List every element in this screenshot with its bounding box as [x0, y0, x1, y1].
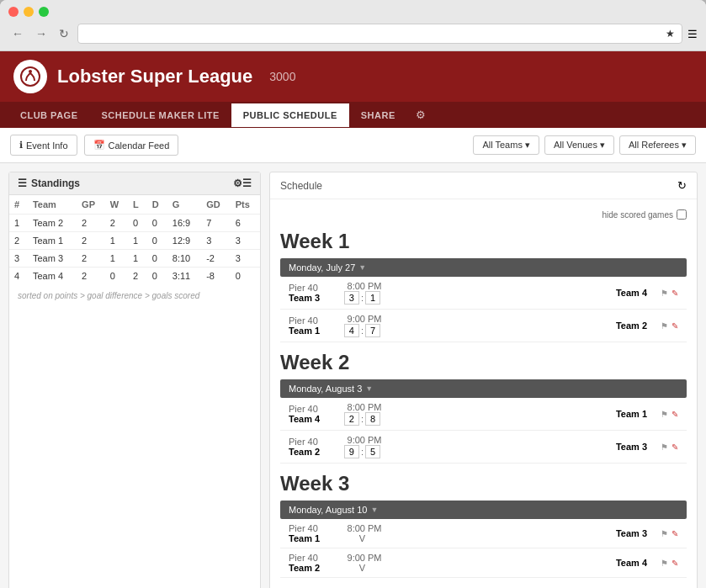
- game-score: 2 : 8: [335, 412, 390, 426]
- col-g: G: [167, 195, 201, 215]
- game-venue: Pier 40: [289, 523, 339, 533]
- schedule-refresh-icon[interactable]: ↻: [677, 179, 687, 192]
- hide-scored-label: hide scored games: [602, 210, 674, 220]
- col-gp: GP: [77, 195, 105, 215]
- game-row: Pier 40 Team 2 9:00 PM V Team 4 ⚑ ✎: [280, 548, 687, 578]
- week-title: Week 3: [280, 472, 687, 495]
- day-header: Monday, August 3 ▼: [280, 379, 687, 398]
- bookmark-icon[interactable]: ★: [666, 28, 675, 40]
- flag-icon[interactable]: ⚑: [661, 559, 668, 568]
- standings-settings-icon[interactable]: ⚙☰: [233, 177, 252, 189]
- standings-title: Standings: [31, 177, 80, 189]
- all-teams-filter[interactable]: All Teams ▾: [473, 135, 539, 155]
- game-actions: ⚑ ✎: [661, 442, 678, 452]
- app-title: Lobster Super League: [57, 66, 252, 87]
- back-button[interactable]: ←: [8, 25, 27, 42]
- refresh-button[interactable]: ↻: [56, 25, 72, 42]
- schedule-title: Schedule: [280, 180, 322, 192]
- col-rank: #: [9, 195, 28, 215]
- standings-header: ☰ Standings ⚙☰: [9, 172, 260, 195]
- standings-panel: ☰ Standings ⚙☰ # Team GP W L D: [8, 172, 261, 588]
- flag-icon[interactable]: ⚑: [661, 442, 668, 452]
- menu-icon[interactable]: ☰: [687, 28, 698, 40]
- game-venue: Pier 40: [289, 283, 339, 293]
- standings-note: sorted on points > goal difference > goa…: [9, 284, 260, 307]
- schedule-weeks: Week 1Monday, July 27 ▼ Pier 40 Team 3 8…: [280, 230, 687, 578]
- more-options-icon[interactable]: ⚙: [407, 102, 434, 128]
- forward-button[interactable]: →: [32, 25, 50, 42]
- game-row: Pier 40 Team 3 8:00 PM 3 : 1 Team 4 ⚑ ✎: [280, 277, 687, 310]
- game-away-team: Team 2: [390, 320, 654, 331]
- game-away-team: Team 1: [390, 409, 654, 419]
- game-score: 9 : 5: [335, 445, 390, 458]
- game-home-team: Team 3: [289, 293, 335, 303]
- schedule-content: hide scored games Week 1Monday, July 27 …: [270, 199, 697, 588]
- game-time: 8:00 PM: [335, 402, 394, 412]
- week-title: Week 2: [280, 351, 687, 374]
- app-subtitle: 3000: [269, 70, 295, 83]
- maximize-button[interactable]: [39, 7, 49, 17]
- calendar-icon: 📅: [93, 140, 105, 151]
- game-away-team: Team 3: [390, 442, 654, 452]
- edit-icon[interactable]: ✎: [671, 321, 678, 331]
- table-row: 2 Team 1 2 1 1 0 12:9 3 3: [9, 232, 260, 250]
- game-home-team: Team 1: [289, 326, 335, 336]
- edit-icon[interactable]: ✎: [671, 529, 678, 538]
- col-pts: Pts: [231, 195, 260, 215]
- week-section: Week 1Monday, July 27 ▼ Pier 40 Team 3 8…: [280, 230, 687, 342]
- col-l: L: [128, 195, 147, 215]
- col-d: D: [147, 195, 167, 215]
- hide-scored-container: hide scored games: [280, 206, 687, 223]
- close-button[interactable]: [8, 7, 19, 17]
- table-row: 1 Team 2 2 2 0 0 16:9 7 6: [9, 215, 260, 232]
- flag-icon[interactable]: ⚑: [661, 321, 668, 331]
- filter-buttons: All Teams ▾ All Venues ▾ All Referees ▾: [473, 135, 696, 155]
- game-actions: ⚑ ✎: [661, 289, 678, 298]
- browser-nav: ← → ↻ ★ ☰: [8, 24, 698, 44]
- game-home-team: Team 2: [289, 447, 335, 457]
- toolbar: ℹ Event Info 📅 Calendar Feed All Teams ▾…: [0, 128, 706, 163]
- calendar-feed-label: Calendar Feed: [109, 140, 170, 151]
- event-info-button[interactable]: ℹ Event Info: [10, 135, 77, 156]
- tab-share[interactable]: SHARE: [349, 103, 407, 127]
- game-venue: Pier 40: [289, 553, 339, 563]
- day-header: Monday, July 27 ▼: [280, 258, 687, 277]
- tab-public-schedule[interactable]: PUBLIC SCHEDULE: [231, 103, 349, 127]
- table-row: 3 Team 3 2 1 1 0 8:10 -2 3: [9, 250, 260, 268]
- game-venue: Pier 40: [289, 315, 339, 326]
- flag-icon[interactable]: ⚑: [661, 410, 668, 419]
- app-logo: [13, 60, 47, 93]
- game-venue: Pier 40: [289, 437, 339, 447]
- game-score: V: [335, 563, 390, 573]
- flag-icon[interactable]: ⚑: [661, 529, 668, 538]
- game-venue: Pier 40: [289, 404, 339, 414]
- game-row: Pier 40 Team 2 9:00 PM 9 : 5 Team 3 ⚑ ✎: [280, 431, 687, 464]
- schedule-panel: Schedule ↻ hide scored games Week 1Monda…: [269, 172, 698, 588]
- info-icon: ℹ: [19, 140, 23, 151]
- nav-tabs: CLUB PAGE SCHEDULE MAKER LITE PUBLIC SCH…: [0, 102, 706, 128]
- app-header: Lobster Super League 3000: [0, 51, 706, 102]
- main-layout: ☰ Standings ⚙☰ # Team GP W L D: [0, 163, 706, 588]
- calendar-feed-button[interactable]: 📅 Calendar Feed: [84, 135, 179, 156]
- traffic-lights: [8, 7, 698, 17]
- address-bar[interactable]: ★: [77, 24, 682, 44]
- all-referees-filter[interactable]: All Referees ▾: [619, 135, 696, 155]
- edit-icon[interactable]: ✎: [671, 410, 678, 419]
- hide-scored-checkbox[interactable]: [677, 209, 687, 220]
- week-section: Week 3Monday, August 10 ▼ Pier 40 Team 1…: [280, 472, 687, 578]
- tab-club-page[interactable]: CLUB PAGE: [8, 103, 89, 127]
- col-w: W: [105, 195, 128, 215]
- edit-icon[interactable]: ✎: [671, 442, 678, 452]
- edit-icon[interactable]: ✎: [671, 289, 678, 298]
- game-time: 9:00 PM: [335, 553, 394, 563]
- tab-schedule-maker[interactable]: SCHEDULE MAKER LITE: [89, 103, 231, 127]
- flag-icon[interactable]: ⚑: [661, 289, 668, 298]
- game-home-team: Team 4: [289, 414, 335, 424]
- week-title: Week 1: [280, 230, 687, 253]
- edit-icon[interactable]: ✎: [671, 559, 678, 568]
- col-team: Team: [28, 195, 77, 215]
- event-info-label: Event Info: [26, 140, 68, 151]
- game-time: 9:00 PM: [335, 314, 394, 324]
- minimize-button[interactable]: [24, 7, 34, 17]
- all-venues-filter[interactable]: All Venues ▾: [544, 135, 614, 155]
